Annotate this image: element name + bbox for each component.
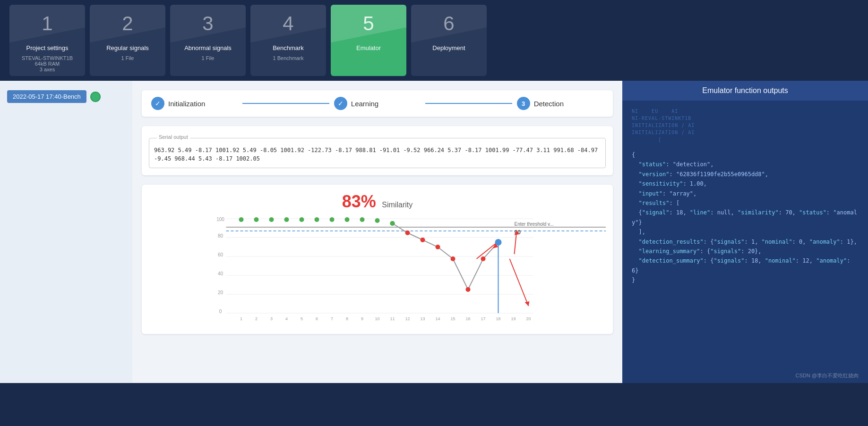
step2-check-icon: ✓ <box>334 97 347 110</box>
nav-step-label-6: Deployment <box>429 43 469 53</box>
nav-step-number-2: 2 <box>122 12 133 35</box>
svg-text:0: 0 <box>219 309 222 314</box>
step-connector-1 <box>242 103 329 104</box>
svg-point-37 <box>284 217 289 222</box>
svg-text:15: 15 <box>450 316 455 321</box>
svg-text:6: 6 <box>316 316 318 321</box>
svg-text:40: 40 <box>218 271 223 276</box>
svg-text:14: 14 <box>435 316 440 321</box>
nav-step-number-1: 1 <box>42 12 52 35</box>
svg-text:5: 5 <box>301 316 303 321</box>
svg-point-40 <box>330 217 335 222</box>
nav-step-label-3: Abnormal signals <box>180 43 235 53</box>
date-badge[interactable]: 2022-05-17 17:40-Bench <box>7 90 86 103</box>
step-detection: 3 Detection <box>517 97 603 110</box>
svg-text:18: 18 <box>496 316 500 321</box>
nav-step-number-4: 4 <box>283 12 293 35</box>
left-panel: 2022-05-17 17:40-Bench <box>0 81 132 383</box>
step2-label: Learning <box>351 100 378 108</box>
svg-text:100: 100 <box>216 217 224 222</box>
nav-step-3[interactable]: 3Abnormal signals1 File <box>170 5 246 76</box>
step3-label: Detection <box>534 100 564 108</box>
svg-text:20: 20 <box>218 290 223 295</box>
svg-text:19: 19 <box>511 316 516 321</box>
svg-point-49 <box>451 256 455 261</box>
svg-text:11: 11 <box>390 316 395 321</box>
nav-step-sublabel-1: 64kB RAM <box>35 61 60 67</box>
nav-step-2[interactable]: 2Regular signals1 File <box>90 5 165 76</box>
nav-step-5[interactable]: 5Emulator <box>331 5 406 76</box>
svg-point-43 <box>375 218 380 223</box>
nav-step-label-1: Project settings <box>23 43 72 53</box>
svg-text:8: 8 <box>346 316 348 321</box>
svg-line-61 <box>510 259 529 306</box>
svg-text:10: 10 <box>375 316 379 321</box>
svg-point-51 <box>481 256 486 261</box>
step1-check-icon: ✓ <box>151 97 164 110</box>
svg-point-38 <box>300 217 304 222</box>
svg-text:3: 3 <box>270 316 273 321</box>
chart-svg: 0 20 40 60 80 100 <box>149 216 606 325</box>
svg-text:20: 20 <box>526 316 531 321</box>
nav-step-4[interactable]: 4Benchmark1 Benchmark <box>250 5 326 76</box>
top-navigation: 1Project settingsSTEVAL-STWINKT1B64kB RA… <box>0 0 868 81</box>
svg-point-35 <box>254 217 259 222</box>
serial-output-container: Serial output 963.92 5.49 -8.17 1001.92 … <box>142 126 613 175</box>
svg-point-45 <box>390 221 395 226</box>
svg-text:Enter threshold v...: Enter threshold v... <box>515 222 554 227</box>
right-panel-json: { "status": "detection", "version": "628… <box>622 145 868 368</box>
right-panel-ascii: NI EU AI NI-REVAL-STWINKT1B INITIALIZATI… <box>622 101 868 145</box>
nav-step-label-5: Emulator <box>352 43 385 53</box>
svg-text:1: 1 <box>240 316 242 321</box>
similarity-percent: 83% <box>342 192 376 211</box>
svg-point-41 <box>345 217 350 222</box>
step-connector-2 <box>425 103 512 104</box>
svg-text:9: 9 <box>361 316 363 321</box>
svg-point-47 <box>421 238 425 242</box>
nav-step-6[interactable]: 6Deployment <box>411 5 487 76</box>
nav-step-number-5: 5 <box>363 12 374 35</box>
similarity-text: Similarity <box>382 201 413 209</box>
svg-point-36 <box>269 217 274 222</box>
nav-step-sublabel-2: 1 File <box>121 55 134 61</box>
svg-marker-62 <box>525 301 530 306</box>
nav-step-sublabel-1: STEVAL-STWINKT1B <box>22 55 73 61</box>
nav-step-label-4: Benchmark <box>269 43 308 53</box>
svg-text:80: 80 <box>218 233 223 239</box>
nav-step-1[interactable]: 1Project settingsSTEVAL-STWINKT1B64kB RA… <box>9 5 85 76</box>
nav-step-label-2: Regular signals <box>103 43 153 53</box>
center-panel: ✓ Initialization ✓ Learning 3 Detection … <box>132 81 622 383</box>
svg-point-48 <box>436 245 440 249</box>
serial-output-label: Serial output <box>157 134 190 140</box>
svg-text:7: 7 <box>331 316 333 321</box>
right-panel-header: Emulator function outputs <box>622 81 868 101</box>
svg-text:2: 2 <box>255 316 258 321</box>
nav-step-sublabel-1: 3 axes <box>40 67 55 72</box>
step1-label: Initialization <box>168 100 205 108</box>
svg-point-42 <box>360 217 365 222</box>
nav-step-sublabel-4: 1 Benchmark <box>273 55 304 61</box>
step-learning: ✓ Learning <box>334 97 421 110</box>
similarity-display: 83% Similarity <box>149 192 606 212</box>
svg-text:16: 16 <box>465 316 470 321</box>
nav-step-number-3: 3 <box>202 12 213 35</box>
main-content: 2022-05-17 17:40-Bench ✓ Initialization … <box>0 81 868 383</box>
svg-point-39 <box>315 217 319 222</box>
svg-point-50 <box>466 287 471 292</box>
right-panel-footer: CSDN @李白不爱吃红烧肉 <box>622 368 868 383</box>
right-panel: Emulator function outputs NI EU AI NI-RE… <box>622 81 868 383</box>
nav-step-sublabel-3: 1 File <box>202 55 215 61</box>
svg-text:4: 4 <box>285 316 288 321</box>
svg-text:17: 17 <box>481 316 485 321</box>
serial-output-text: 963.92 5.49 -8.17 1001.92 5.49 -8.05 100… <box>154 146 601 163</box>
svg-text:60: 60 <box>218 252 223 257</box>
step-initialization: ✓ Initialization <box>151 97 238 110</box>
svg-point-34 <box>239 217 244 222</box>
nav-step-number-6: 6 <box>443 12 454 35</box>
svg-text:13: 13 <box>420 316 425 321</box>
chart-area: 83% Similarity 0 20 40 60 80 100 <box>142 185 613 334</box>
svg-point-46 <box>405 230 410 235</box>
svg-text:12: 12 <box>405 316 410 321</box>
step3-number-circle: 3 <box>517 97 530 110</box>
steps-indicator: ✓ Initialization ✓ Learning 3 Detection <box>142 90 613 117</box>
